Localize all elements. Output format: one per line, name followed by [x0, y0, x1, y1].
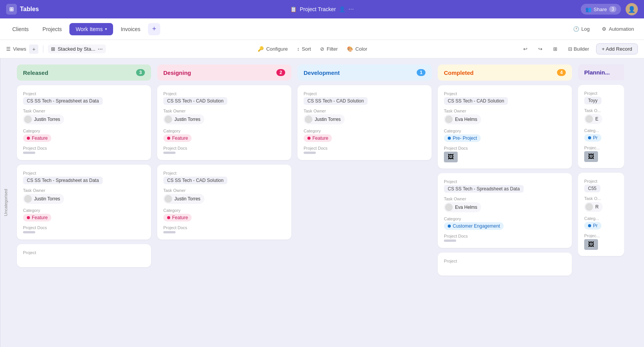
- briefcase-icon: 📋: [290, 6, 297, 12]
- columns-container: Released 3 Project CS SS Tech - Spreadsh…: [11, 58, 644, 347]
- app-logo[interactable]: ⊞ Tables: [6, 4, 39, 15]
- task-owner-label: Task O...: [584, 108, 618, 113]
- color-button[interactable]: 🎨 Color: [343, 44, 371, 54]
- card-released-1[interactable]: Project CS SS Tech - Spreadsheet as Data…: [17, 85, 151, 160]
- project-docs-label: Project Docs: [163, 146, 285, 150]
- project-field: Project: [23, 250, 145, 256]
- project-docs-label: Project Docs: [444, 234, 566, 238]
- category-name: Feature: [32, 215, 48, 220]
- project-label: Project: [444, 259, 566, 263]
- tab-bar: Clients Projects Work Items ▾ Invoices +…: [0, 18, 644, 40]
- automation-label: Automation: [609, 26, 634, 32]
- configure-label: Configure: [266, 46, 288, 52]
- task-owner-field: Task O... E: [584, 108, 618, 124]
- category-dot: [588, 224, 591, 227]
- configure-button[interactable]: 🔑 Configure: [254, 44, 291, 54]
- column-released: Released 3 Project CS SS Tech - Spreadsh…: [17, 64, 151, 341]
- sidebar-label-text: Uncategorised: [3, 189, 8, 216]
- column-badge-completed: 4: [557, 69, 566, 76]
- sort-button[interactable]: ↕ Sort: [293, 44, 315, 54]
- current-view[interactable]: ⊞ Stacked by Sta... ⋯: [48, 45, 105, 53]
- project-label: Project: [444, 91, 566, 96]
- column-completed: Completed 4 Project CS SS Tech - CAD Sol…: [438, 64, 572, 341]
- project-field: Project CS SS Tech - Spreadsheet as Data: [23, 171, 145, 184]
- card-completed-1[interactable]: Project CS SS Tech - CAD Solution Task O…: [438, 85, 572, 169]
- card-development-1[interactable]: Project CS SS Tech - CAD Solution Task O…: [297, 85, 432, 160]
- tab-work-items[interactable]: Work Items ▾: [69, 23, 113, 35]
- project-docs-field: Projec... 🖼: [584, 233, 618, 250]
- filter-button[interactable]: ⊘ Filter: [316, 44, 342, 54]
- share-button[interactable]: 👥 Share 3: [581, 4, 621, 15]
- category-field: Category Customer Engagement: [444, 216, 566, 230]
- card-planning-2[interactable]: Project C55 Task O... R Categ... Pr: [578, 173, 624, 256]
- owner-name: Justin Torres: [174, 117, 200, 122]
- sort-label: Sort: [302, 46, 311, 52]
- category-value: Feature: [304, 134, 332, 142]
- category-field: Category Feature: [23, 129, 145, 142]
- sidebar-uncategorised: Uncategorised: [0, 58, 11, 347]
- project-docs-label: Project Docs: [23, 146, 145, 150]
- category-value: Feature: [163, 214, 192, 221]
- add-view-button[interactable]: +: [29, 45, 38, 54]
- category-field: Category Feature: [163, 129, 285, 142]
- category-dot: [167, 216, 170, 219]
- app-name: Tables: [20, 6, 39, 13]
- card-designing-1[interactable]: Project CS SS Tech - CAD Solution Task O…: [157, 85, 291, 160]
- project-value: CS SS Tech - Spreadsheet as Data: [23, 177, 103, 184]
- logo-icon: ⊞: [6, 4, 17, 15]
- filter-icon: ⊘: [320, 46, 324, 52]
- undo-button[interactable]: ↩: [519, 44, 531, 54]
- tab-projects[interactable]: Projects: [36, 23, 68, 35]
- card-designing-2[interactable]: Project CS SS Tech - CAD Solution Task O…: [157, 165, 291, 240]
- builder-button[interactable]: ⊟ Builder: [564, 44, 593, 54]
- card-released-3[interactable]: Project: [17, 244, 151, 267]
- automation-button[interactable]: ⚙ Automation: [598, 24, 638, 34]
- user-avatar[interactable]: 👤: [626, 3, 638, 15]
- tab-invoices[interactable]: Invoices: [115, 23, 146, 35]
- project-docs-field: Project Docs 🖼: [444, 146, 566, 162]
- redo-button[interactable]: ↪: [534, 44, 546, 54]
- views-button[interactable]: ☰ Views: [6, 46, 26, 52]
- project-docs-field: Project Docs: [163, 225, 285, 233]
- project-label: Project: [584, 91, 618, 96]
- task-owner-field: Task Owner Eva Helms: [444, 197, 566, 213]
- card-planning-1[interactable]: Project Toyy Task O... E Categ... Pr: [578, 85, 624, 168]
- owner-name: Justin Torres: [34, 196, 60, 202]
- more-icon[interactable]: ⋯: [348, 6, 354, 12]
- project-value: C55: [584, 185, 600, 192]
- project-value: CS SS Tech - CAD Solution: [163, 177, 227, 184]
- add-record-button[interactable]: + Add Record: [596, 43, 638, 55]
- project-label: Project: [23, 171, 145, 175]
- top-navigation: ⊞ Tables 📋 Project Tracker 👤 ⋯ 👥 Share 3…: [0, 0, 644, 18]
- column-badge-released: 3: [136, 69, 145, 76]
- task-owner-field: Task Owner Justin Torres: [163, 188, 285, 204]
- project-field: Project CS SS Tech - CAD Solution: [163, 91, 285, 105]
- card-completed-3[interactable]: Project: [438, 253, 572, 276]
- project-label: Project: [584, 179, 618, 183]
- tab-clients[interactable]: Clients: [6, 23, 35, 35]
- owner-value: Justin Torres: [23, 194, 64, 204]
- category-value: Feature: [23, 214, 51, 221]
- owner-avatar: [24, 116, 32, 123]
- task-owner-label: Task Owner: [444, 197, 566, 201]
- add-tab-button[interactable]: +: [148, 23, 160, 35]
- category-dot: [588, 136, 591, 139]
- category-dot: [27, 137, 30, 140]
- project-value: CS SS Tech - CAD Solution: [304, 97, 368, 105]
- project-field: Project CS SS Tech - Spreadsheet as Data: [23, 91, 145, 105]
- task-owner-label: Task Owner: [163, 188, 285, 193]
- project-field: Project Toyy: [584, 91, 618, 104]
- category-label: Categ...: [584, 128, 618, 133]
- category-field: Category Pre- Project: [444, 129, 566, 142]
- column-label-released: Released: [23, 69, 48, 76]
- owner-name: Justin Torres: [34, 117, 60, 122]
- log-button[interactable]: 🕐 Log: [569, 24, 594, 34]
- task-owner-label: Task Owner: [304, 109, 426, 113]
- sort-icon: ↕: [297, 46, 300, 52]
- owner-value: Eva Helms: [444, 114, 481, 124]
- column-label-designing: Designing: [163, 69, 191, 76]
- card-released-2[interactable]: Project CS SS Tech - Spreadsheet as Data…: [17, 165, 151, 240]
- expand-button[interactable]: ⊞: [549, 44, 561, 54]
- card-completed-2[interactable]: Project CS SS Tech - Spreadsheet as Data…: [438, 173, 572, 248]
- column-label-development: Development: [304, 69, 340, 76]
